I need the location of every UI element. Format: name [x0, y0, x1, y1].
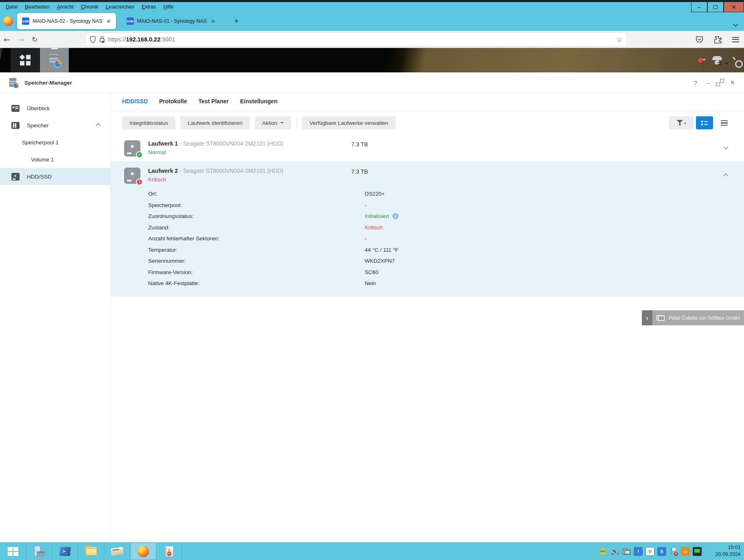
new-tab-button[interactable]: +	[231, 17, 242, 26]
scanner-button[interactable]	[104, 543, 130, 560]
url-port: :5001	[160, 36, 175, 43]
close-button[interactable]: ✕	[730, 79, 735, 86]
tray-java-icon[interactable]: ☕	[681, 547, 690, 556]
drive-name: Laufwerk 2	[148, 168, 178, 174]
system-tray: sbs 🔈✕ ! V S ✕ ☕	[598, 543, 702, 560]
tab-close-icon[interactable]: ✕	[210, 18, 216, 24]
collapse-chevron-icon[interactable]	[96, 123, 100, 127]
tab-close-icon[interactable]: ✕	[106, 18, 112, 24]
storage-manager-icon	[48, 54, 61, 67]
back-icon[interactable]: ←	[0, 35, 14, 44]
menu-bearbeiten[interactable]: Bearbeiten	[22, 3, 53, 11]
toolbar-separator	[297, 118, 297, 128]
folder-icon	[85, 547, 97, 556]
firefox-icon	[138, 546, 149, 557]
drive-icon: !	[124, 168, 140, 184]
contacts-warning-button[interactable]: ✕	[156, 543, 182, 560]
tray-network-icon[interactable]	[622, 547, 631, 556]
main-menu-button[interactable]	[11, 48, 40, 72]
extensions-puzzle-icon[interactable]	[714, 36, 722, 44]
tab-hdd-ssd[interactable]: HDD/SSD	[122, 98, 148, 111]
detail-label: Zuordnungsstatus:	[148, 213, 365, 219]
sidebar-item-speicherpool-1[interactable]: Speicherpool 1	[0, 134, 110, 151]
tracking-shield-icon[interactable]	[90, 36, 96, 43]
detail-value: WKD2XPN7	[365, 258, 395, 264]
tab-einstellungen[interactable]: Einstellungen	[240, 98, 278, 111]
tray-sbs-icon[interactable]: sbs	[598, 547, 607, 556]
app-menu-icon[interactable]	[732, 37, 739, 42]
tab-title: MAIO-NAS-01 - Synology NAS	[137, 18, 207, 24]
remote-bar-panel[interactable]: Petar Čubela von Softbox GmbH	[652, 310, 744, 325]
notification-badge	[698, 58, 703, 63]
tab-test-planer[interactable]: Test Planer	[198, 98, 228, 111]
content-tabs: HDD/SSD Protokolle Test Planer Einstellu…	[111, 93, 744, 111]
list-all-tabs-icon[interactable]	[734, 20, 738, 25]
detail-row-temperatur: Temperatur: 44 °C / 111 °F	[148, 244, 744, 256]
info-icon[interactable]: i	[392, 213, 398, 219]
window-restore-button[interactable]	[707, 2, 724, 12]
tab-protokolle[interactable]: Protokolle	[159, 98, 187, 111]
url-bar[interactable]: https://192.168.0.22:5001 ☆	[85, 33, 627, 46]
drive-row-laufwerk-2[interactable]: ! Laufwerk 2 - Seagate ST8000VN004-2M210…	[111, 162, 744, 296]
list-view-button[interactable]	[716, 116, 733, 129]
detail-row-seriennummer: Seriennummer: WKD2XPN7	[148, 255, 744, 267]
sidebar-item-hdd-ssd[interactable]: HDD/SSD	[0, 168, 110, 185]
tray-action-center-icon[interactable]: ✕	[669, 547, 678, 556]
file-explorer-button[interactable]	[78, 543, 104, 560]
taskbar-clock[interactable]: 15:01 20.09.2024	[705, 544, 741, 558]
identify-drive-button[interactable]: Laufwerk identifizieren	[180, 116, 249, 129]
minimize-button[interactable]: –	[707, 79, 710, 86]
tray-synology-assistant-icon[interactable]: S	[657, 547, 666, 556]
lock-warning-icon[interactable]	[99, 36, 105, 43]
window-minimize-button[interactable]: –	[691, 2, 707, 12]
menu-ansicht[interactable]: Ansicht	[54, 3, 77, 11]
window-close-button[interactable]: ✕	[724, 2, 744, 12]
help-button[interactable]: ?	[694, 79, 697, 86]
server-manager-button[interactable]	[26, 543, 52, 560]
tray-volume-muted-icon[interactable]: 🔈✕	[610, 547, 619, 556]
tab-maio-nas-01[interactable]: DSM MAIO-NAS-01 - Synology NAS ✕	[122, 13, 221, 29]
sidebar-item-volume-1[interactable]: Volume 1	[0, 151, 110, 168]
filter-button[interactable]	[669, 116, 694, 129]
drive-critical-badge-icon: !	[136, 179, 143, 185]
integrity-status-button[interactable]: Integritätsstatus	[122, 116, 175, 129]
tab-title: MAIO-NAS-02 - Synology NAS	[33, 18, 103, 24]
pocket-icon[interactable]	[696, 36, 703, 43]
sidebar-item-ueberblick[interactable]: Überblick	[0, 100, 110, 117]
powershell-button[interactable]: >_	[52, 543, 78, 560]
firefox-taskbar-button[interactable]	[130, 543, 156, 560]
start-button[interactable]	[0, 543, 26, 560]
menu-hilfe[interactable]: Hilfe	[160, 3, 177, 11]
sidebar-item-speicher[interactable]: Speicher	[0, 117, 110, 134]
menu-datei[interactable]: Datei	[2, 3, 21, 11]
scanner-icon	[110, 547, 123, 556]
menu-chronik[interactable]: Chronik	[78, 3, 102, 11]
tab-maio-nas-02[interactable]: DSM MAIO-NAS-02 - Synology NAS ✕	[17, 13, 116, 29]
browser-tabbar: DSM MAIO-NAS-02 - Synology NAS ✕ DSM MAI…	[0, 11, 744, 31]
drive-name: Laufwerk 1	[148, 140, 178, 147]
menu-lesezeichen[interactable]: Lesezeichen	[103, 3, 138, 11]
sidebar-label: Speicher	[27, 122, 48, 129]
detail-value: Kritisch	[365, 224, 383, 231]
action-dropdown-button[interactable]: Aktion	[255, 116, 291, 129]
manage-available-drives-button[interactable]: Verfügbare Laufwerke verwalten	[302, 116, 396, 129]
drive-status: Normal	[148, 149, 744, 155]
detail-label: Zustand:	[148, 224, 365, 231]
drive-row-laufwerk-1[interactable]: ✓ Laufwerk 1 - Seagate ST8000VN004-2M210…	[111, 135, 744, 162]
detail-label: Firmware-Version:	[148, 269, 365, 275]
tray-teamviewer-icon[interactable]	[693, 547, 702, 556]
url-text[interactable]: https://192.168.0.22:5001	[108, 36, 175, 43]
dsm-favicon: DSM	[22, 17, 29, 25]
tray-veracrypt-icon[interactable]: V	[646, 547, 654, 556]
tray-alert-balloon-icon[interactable]: !	[634, 547, 643, 556]
menu-extras[interactable]: Extras	[138, 3, 159, 11]
remote-bar-expand-button[interactable]: ›	[642, 310, 652, 325]
detail-row-native-4k: Native 4K-Festplatte: Nein	[148, 278, 744, 289]
firefox-icon	[3, 16, 13, 26]
reload-icon[interactable]: ↻	[28, 35, 42, 44]
app-titlebar[interactable]: Speicher-Manager ? – ✕	[0, 72, 744, 93]
screens-icon	[656, 315, 665, 321]
detail-view-button[interactable]	[696, 116, 713, 129]
bookmark-star-icon[interactable]: ☆	[617, 35, 623, 44]
storage-manager-taskbar-button[interactable]	[40, 48, 69, 72]
